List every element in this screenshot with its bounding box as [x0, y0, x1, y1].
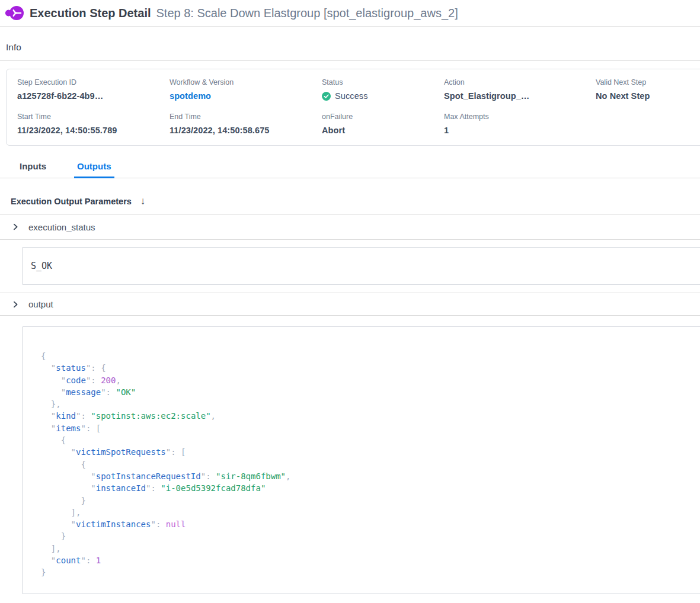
field-label: Start Time [17, 113, 170, 121]
field-max-attempts: Max Attempts 1 [444, 113, 596, 135]
field-label: Step Execution ID [17, 78, 170, 86]
execution-output-parameters-header: Execution Output Parameters ↓ [0, 178, 700, 214]
info-section-header: Info [0, 27, 700, 60]
field-value: 11/23/2022, 14:50:55.789 [17, 126, 170, 135]
param-name: execution_status [28, 222, 95, 232]
field-label: Status [322, 78, 444, 86]
param-name: output [28, 299, 53, 309]
page-title: Execution Step Detail [30, 7, 151, 20]
json-line: "code": 200, [41, 374, 700, 386]
json-line: "spotInstanceRequestId": "sir-8qm6fbwm", [41, 470, 700, 482]
tab-inputs[interactable]: Inputs [17, 159, 49, 178]
json-line: }, [41, 398, 700, 410]
field-status: Status Success [322, 78, 444, 101]
info-section-title: Info [6, 42, 700, 53]
field-start-time: Start Time 11/23/2022, 14:50:55.789 [17, 113, 170, 135]
field-label: onFailure [322, 113, 444, 121]
field-step-execution-id: Step Execution ID a125728f-6b22-4b9… [17, 78, 170, 101]
field-label: Workflow & Version [170, 78, 322, 86]
info-card: Step Execution ID a125728f-6b22-4b9… Wor… [6, 69, 700, 146]
brand-logo-icon [5, 4, 24, 23]
success-check-icon [322, 92, 331, 101]
chevron-right-icon [11, 300, 20, 309]
field-value: 11/23/2022, 14:50:58.675 [170, 126, 322, 135]
field-value: No Next Step [596, 91, 700, 101]
field-value: 1 [444, 126, 596, 135]
json-line: "instanceId": "i-0e5d5392fcad78dfa" [41, 482, 700, 494]
field-label: Valid Next Step [596, 78, 700, 86]
json-line: "status": { [41, 362, 700, 374]
field-label: Action [444, 78, 596, 86]
json-code: { "status": { "code": 200, "message": "O… [23, 327, 700, 579]
field-action: Action Spot_Elastigroup_… [444, 78, 596, 101]
execution-output-parameters-title: Execution Output Parameters [11, 197, 132, 206]
field-workflow-version: Workflow & Version spotdemo [170, 78, 322, 101]
json-line: ], [41, 543, 700, 554]
param-row-output[interactable]: output [0, 293, 700, 316]
workflow-link[interactable]: spotdemo [170, 91, 322, 101]
param-row-execution-status[interactable]: execution_status [0, 214, 700, 240]
field-label: Max Attempts [444, 113, 596, 121]
field-empty [596, 113, 700, 135]
field-label: End Time [170, 113, 322, 121]
json-line: { [41, 458, 700, 470]
json-line: "count": 1 [41, 554, 700, 566]
json-line: { [41, 350, 700, 362]
json-line: } [41, 530, 700, 542]
json-line: "message": "OK" [41, 386, 700, 398]
json-line: { [41, 434, 700, 446]
status-text: Success [335, 91, 368, 101]
field-on-failure: onFailure Abort [322, 113, 444, 135]
page-subtitle: Step 8: Scale Down Elastgroup [spot_elas… [156, 7, 458, 20]
tab-bar: Inputs Outputs [0, 159, 700, 178]
field-value: Spot_Elastigroup_… [444, 91, 596, 101]
field-valid-next-step: Valid Next Step No Next Step [596, 78, 700, 101]
json-line: "victimInstances": null [41, 518, 700, 530]
chevron-right-icon [11, 223, 20, 231]
field-end-time: End Time 11/23/2022, 14:50:58.675 [170, 113, 322, 135]
field-value: a125728f-6b22-4b9… [17, 91, 170, 101]
field-value: Abort [322, 126, 444, 135]
execution-status-value-box: S_OK [22, 247, 700, 285]
tab-outputs[interactable]: Outputs [74, 159, 114, 178]
json-line: } [41, 495, 700, 506]
json-line: } [41, 566, 700, 578]
json-line: ], [41, 506, 700, 518]
download-arrow-icon[interactable]: ↓ [140, 195, 146, 207]
json-line: "victimSpotRequests": [ [41, 446, 700, 458]
status-badge: Success [322, 91, 444, 101]
json-line: "items": [ [41, 422, 700, 434]
json-line: "kind": "spotinst:aws:ec2:scale", [41, 410, 700, 422]
app-header: Execution Step Detail Step 8: Scale Down… [0, 0, 700, 27]
execution-status-value: S_OK [31, 261, 52, 271]
output-json-box: { "status": { "code": 200, "message": "O… [22, 326, 700, 594]
